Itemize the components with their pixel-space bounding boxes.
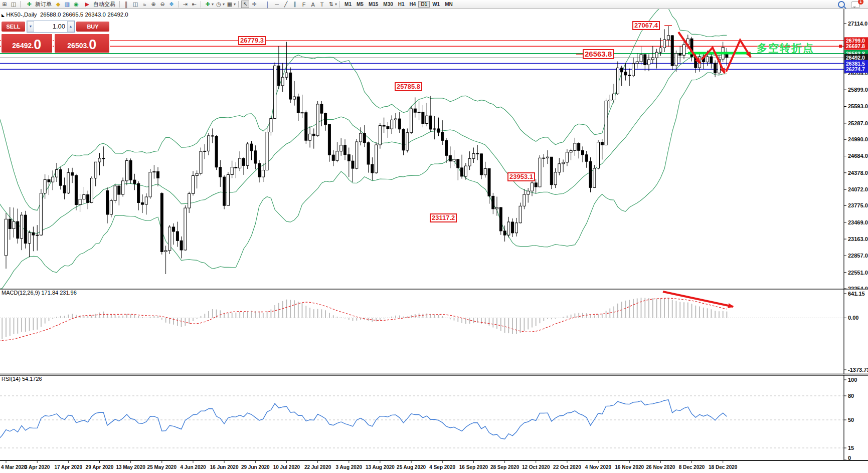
tile-windows-icon[interactable]: ❖ (167, 1, 176, 8)
candlestick (332, 155, 334, 160)
candlestick (445, 140, 448, 155)
fibonacci-icon[interactable]: F (300, 1, 308, 8)
text-icon[interactable]: A (309, 1, 317, 8)
candlestick (616, 68, 619, 94)
new-order-button[interactable]: ✚ 新订单 (23, 1, 54, 8)
zoom-out-icon[interactable]: ⊖ (158, 1, 166, 8)
candlestick (157, 171, 159, 178)
candlestick (383, 126, 385, 127)
candlestick (632, 64, 635, 76)
search-icon[interactable] (838, 1, 845, 8)
candlestick (160, 193, 163, 252)
candlestick (215, 136, 218, 167)
candlestick (356, 142, 358, 168)
tab-w1[interactable]: W1 (430, 1, 442, 8)
tab-mn[interactable]: MN (442, 1, 455, 8)
connection-icon[interactable]: ◉ (72, 1, 80, 8)
turning-point-note[interactable]: 多空转折点 (757, 41, 814, 55)
macd-panel[interactable]: 641.150.00-1373.73 (0, 289, 868, 375)
notifications-icon[interactable]: 1 (851, 2, 860, 8)
candlestick (13, 221, 15, 228)
horizontal-line-icon[interactable]: ─ (273, 1, 281, 8)
volume-decrease-button[interactable]: ▼ (27, 21, 34, 32)
rsi-axis-label: 100 (848, 377, 857, 383)
candlestick (363, 133, 366, 143)
tab-h1[interactable]: H1 (396, 1, 407, 8)
date-axis[interactable]: 4 Mar 20203 Apr 202017 Apr 202029 Apr 20… (0, 460, 868, 473)
price-chart-panel[interactable]: 27114.026205.025899.025593.025287.024990… (0, 9, 868, 289)
price-annotation-box[interactable]: 26779.3 (238, 36, 266, 45)
candlestick (476, 153, 479, 154)
cursor-icon[interactable]: ↖ (241, 1, 249, 8)
highlighter-icon[interactable]: ◆ (54, 1, 62, 8)
buy-button[interactable]: BUY (76, 21, 110, 32)
auto-scroll-icon[interactable]: ⇥ (181, 1, 189, 8)
price-annotation-box[interactable]: 23117.2 (430, 213, 457, 222)
toolbar-separator (339, 1, 340, 8)
zoom-in-icon[interactable]: ⊕ (149, 1, 157, 8)
sell-button[interactable]: SELL (1, 21, 26, 32)
volume-increase-button[interactable]: ▲ (67, 21, 74, 32)
chart-window-icon[interactable]: ⊞ (1, 1, 9, 8)
tab-m15[interactable]: M15 (366, 1, 381, 8)
price-annotation-box[interactable]: 25785.8 (395, 82, 422, 91)
candlestick (320, 104, 323, 113)
candlestick (655, 52, 658, 58)
autotrading-label: 自动交易 (93, 1, 115, 8)
buy-price-button[interactable]: 26503.0 (54, 34, 110, 53)
candlestick (570, 150, 572, 152)
candlestick (523, 194, 526, 206)
indicators-icon[interactable]: ✚ (204, 1, 212, 8)
tab-d1[interactable]: D1 (418, 1, 430, 8)
chart-preview-icon[interactable]: ◫ (10, 1, 18, 8)
svg-text:26492.0: 26492.0 (846, 55, 865, 61)
candlestick (659, 48, 662, 52)
crosshair-icon[interactable]: ✛ (250, 1, 258, 8)
candlestick (410, 109, 413, 133)
candlestick (636, 62, 638, 64)
candlestick (231, 167, 233, 175)
symbol-period-label: HK50-,Daily (6, 12, 37, 18)
volume-value[interactable]: 1.00 (34, 23, 67, 30)
tab-m30[interactable]: M30 (381, 1, 395, 8)
candlestick (246, 144, 249, 165)
candlestick-chart-icon[interactable]: ◫ (131, 1, 139, 8)
rsi-panel[interactable]: 1008050150 (0, 375, 868, 460)
candlestick (219, 167, 222, 177)
candlestick (17, 221, 19, 239)
price-annotation-box[interactable]: 27067.4 (632, 21, 660, 30)
price-annotation-box[interactable]: 23953.1 (507, 172, 535, 181)
macd-label: MACD(12,26,9) 171.84 231.96 (2, 290, 77, 296)
arrows-icon[interactable]: ⇅ (327, 1, 335, 8)
autotrading-button[interactable]: ▶ 自动交易 (81, 1, 117, 8)
toolbar-separator (20, 1, 21, 8)
periods-icon[interactable]: ◷ (215, 1, 223, 8)
tab-m5[interactable]: M5 (354, 1, 366, 8)
trendline-icon[interactable]: ╱ (282, 1, 290, 8)
text-label-icon[interactable]: T (318, 1, 326, 8)
candlestick (679, 53, 681, 55)
toolbar-separator (119, 1, 120, 8)
candlestick (285, 73, 288, 77)
chevron-down-icon[interactable]: ▾ (223, 2, 225, 7)
new-order-icon: ✚ (25, 1, 33, 8)
candlestick (585, 155, 588, 161)
rsi-axis-label: 0 (848, 455, 851, 460)
candlestick (609, 100, 611, 101)
equidistant-channel-icon[interactable]: ∥ (291, 1, 299, 8)
chevron-down-icon[interactable]: ▾ (335, 2, 337, 7)
chart-shift-icon[interactable]: ⇤ (190, 1, 198, 8)
templates-icon[interactable]: ▦ (226, 1, 234, 8)
tab-m1[interactable]: M1 (342, 1, 354, 8)
line-chart-icon[interactable]: ≈ (140, 1, 148, 8)
price-annotation-box[interactable]: 26563.8 (583, 49, 614, 59)
vertical-line-icon[interactable]: │ (264, 1, 272, 8)
chevron-down-icon[interactable]: ▾ (212, 2, 214, 7)
candlestick (651, 58, 654, 60)
candlestick (535, 183, 537, 187)
sell-price-button[interactable]: 26492.0 (1, 34, 53, 53)
tab-h4[interactable]: H4 (407, 1, 419, 8)
chevron-down-icon[interactable]: ▾ (234, 2, 236, 7)
data-window-icon[interactable]: ▥ (63, 1, 71, 8)
bar-chart-icon[interactable]: ║ (122, 1, 130, 8)
